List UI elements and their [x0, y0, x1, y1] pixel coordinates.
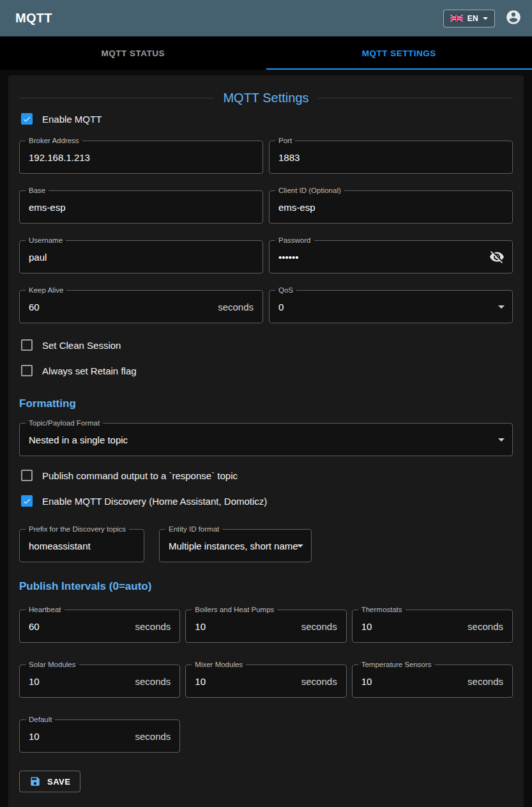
settings-panel: MQTT Settings Enable MQTT Broker Address…: [8, 75, 524, 807]
divider: [19, 98, 214, 98]
language-button[interactable]: EN: [443, 10, 495, 27]
field-label: Username: [26, 236, 66, 245]
field-suffix: seconds: [218, 302, 254, 312]
field-label: Broker Address: [26, 137, 82, 145]
connection-fields: Broker Address 192.168.1.213 Port 1883 B…: [19, 141, 513, 323]
field-label: Port: [275, 137, 295, 145]
field-suffix: seconds: [135, 621, 171, 632]
field-label: Thermostats: [358, 606, 406, 614]
port-field[interactable]: Port 1883: [269, 141, 513, 174]
tab-bar: MQTT STATUS MQTT SETTINGS: [0, 36, 532, 70]
session-options: Set Clean Session Always set Retain flag: [19, 332, 513, 383]
field-label: Mixer Modules: [192, 661, 246, 669]
interval-field-mixer[interactable]: Mixer Modules 10 seconds: [185, 665, 346, 698]
clean-session-checkbox[interactable]: [21, 339, 33, 351]
field-value: 1883: [278, 152, 300, 163]
clean-session-label: Set Clean Session: [42, 340, 121, 351]
field-value: 10: [361, 676, 372, 687]
field-suffix: seconds: [135, 676, 171, 687]
field-label: QoS: [275, 286, 296, 295]
field-value: 60: [29, 302, 40, 312]
field-value: ems-esp: [278, 202, 315, 213]
retain-flag-row[interactable]: Always set Retain flag: [19, 358, 513, 383]
publish-response-row[interactable]: Publish command output to a `response` t…: [19, 463, 513, 488]
publish-intervals-heading: Publish Intervals (0=auto): [19, 580, 513, 593]
app-bar: MQTT EN: [0, 0, 532, 36]
field-value: homeassistant: [29, 541, 91, 551]
field-label: Boilers and Heat Pumps: [192, 606, 277, 614]
formatting-options: Publish command output to a `response` t…: [19, 463, 513, 514]
intervals-grid: Heartbeat 60 seconds Boilers and Heat Pu…: [19, 610, 513, 753]
enable-mqtt-checkbox[interactable]: [21, 113, 33, 125]
field-value: 192.168.1.213: [29, 152, 90, 163]
topic-format-select[interactable]: Topic/Payload Format Nested in a single …: [19, 423, 513, 456]
broker-address-field[interactable]: Broker Address 192.168.1.213: [19, 141, 263, 174]
field-value: 10: [195, 676, 206, 687]
interval-field-default[interactable]: Default 10 seconds: [19, 719, 180, 753]
field-label: Entity ID format: [165, 525, 222, 534]
dropdown-arrow-icon: [498, 305, 505, 309]
client-id-field[interactable]: Client ID (Optional) ems-esp: [269, 190, 513, 224]
publish-response-label: Publish command output to a `response` t…: [42, 470, 238, 481]
retain-flag-label: Always set Retain flag: [42, 365, 137, 376]
divider: [318, 98, 513, 98]
app-title: MQTT: [15, 11, 52, 26]
field-value: 10: [195, 621, 206, 632]
field-label: Heartbeat: [26, 606, 65, 614]
field-value: ems-esp: [29, 202, 66, 213]
dropdown-arrow-icon: [498, 438, 505, 442]
discovery-prefix-field[interactable]: Prefix for the Discovery topics homeassi…: [19, 529, 144, 562]
qos-select[interactable]: QoS 0: [269, 290, 513, 323]
field-label: Client ID (Optional): [275, 187, 344, 195]
field-value: Nested in a single topic: [29, 434, 128, 445]
interval-field-thermostats[interactable]: Thermostats 10 seconds: [352, 610, 513, 643]
field-suffix: seconds: [467, 621, 503, 632]
interval-field-heartbeat[interactable]: Heartbeat 60 seconds: [19, 610, 180, 643]
password-field[interactable]: Password ••••••: [269, 240, 513, 273]
field-suffix: seconds: [135, 731, 171, 742]
mqtt-discovery-checkbox[interactable]: [21, 495, 33, 507]
enable-mqtt-row[interactable]: Enable MQTT: [19, 106, 513, 132]
save-icon: [29, 776, 41, 787]
discovery-fields: Prefix for the Discovery topics homeassi…: [19, 529, 513, 562]
visibility-off-icon[interactable]: [487, 247, 507, 267]
page-title: MQTT Settings: [223, 91, 308, 105]
field-value: Multiple instances, short name: [169, 541, 298, 551]
username-field[interactable]: Username paul: [19, 240, 263, 273]
base-field[interactable]: Base ems-esp: [19, 190, 263, 224]
field-value: 10: [29, 676, 40, 687]
field-label: Password: [275, 236, 314, 245]
interval-field-temperature-sensors[interactable]: Temperature Sensors 10 seconds: [352, 665, 513, 698]
enable-mqtt-label: Enable MQTT: [42, 114, 102, 125]
account-button[interactable]: [505, 9, 522, 27]
clean-session-row[interactable]: Set Clean Session: [19, 332, 513, 358]
retain-flag-checkbox[interactable]: [21, 365, 33, 376]
tab-mqtt-status[interactable]: MQTT STATUS: [0, 36, 266, 70]
field-value: 60: [29, 621, 40, 632]
password-masked-value: ••••••: [278, 252, 299, 263]
page-title-row: MQTT Settings: [19, 89, 513, 106]
language-label: EN: [467, 14, 478, 23]
field-value: 10: [29, 731, 40, 742]
mqtt-discovery-row[interactable]: Enable MQTT Discovery (Home Assistant, D…: [19, 488, 513, 514]
field-value: paul: [29, 252, 47, 263]
field-label: Temperature Sensors: [358, 661, 435, 669]
tab-mqtt-settings[interactable]: MQTT SETTINGS: [266, 36, 532, 70]
save-button[interactable]: SAVE: [19, 771, 80, 792]
field-suffix: seconds: [467, 676, 503, 687]
publish-response-checkbox[interactable]: [21, 470, 33, 481]
interval-field-boilers[interactable]: Boilers and Heat Pumps 10 seconds: [185, 610, 346, 643]
formatting-heading: Formatting: [19, 397, 513, 410]
entity-id-format-select[interactable]: Entity ID format Multiple instances, sho…: [159, 529, 312, 562]
account-circle-icon: [505, 9, 522, 27]
field-value: 0: [278, 302, 284, 312]
field-label: Base: [26, 187, 49, 195]
chevron-down-icon: [483, 17, 488, 20]
field-label: Prefix for the Discovery topics: [26, 525, 129, 534]
field-suffix: seconds: [301, 676, 337, 687]
field-label: Keep Alive: [26, 286, 66, 295]
keep-alive-field[interactable]: Keep Alive 60 seconds: [19, 290, 263, 323]
mqtt-discovery-label: Enable MQTT Discovery (Home Assistant, D…: [42, 496, 267, 507]
uk-flag-icon: [450, 15, 463, 22]
interval-field-solar[interactable]: Solar Modules 10 seconds: [19, 665, 180, 698]
